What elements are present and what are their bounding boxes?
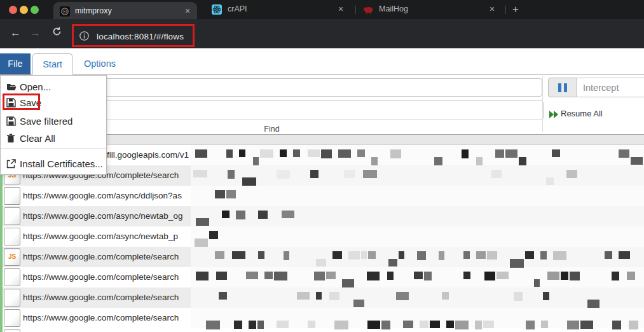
trash-icon: [6, 134, 17, 144]
intercept-group: [548, 78, 644, 97]
url-annotation-box: localhost:8081/#/flows: [72, 24, 195, 47]
tab-mitmproxy[interactable]: mitmproxy ×: [53, 2, 197, 19]
redacted-block: [462, 149, 469, 158]
redacted-block: [430, 321, 440, 328]
flow-url: https://www.google.com/complete/search: [23, 287, 179, 308]
redacted-block: [631, 157, 643, 165]
redacted-block: [570, 272, 580, 280]
document-icon: [4, 228, 20, 246]
reload-icon[interactable]: [51, 26, 62, 39]
folder-open-icon: [6, 82, 17, 92]
document-icon: [4, 207, 20, 225]
redacted-block: [239, 149, 245, 157]
redacted-block: [627, 272, 635, 280]
redacted-block: [308, 321, 315, 328]
redacted-block: [321, 149, 332, 158]
redacted-block: [342, 279, 354, 288]
redacted-block: [215, 251, 224, 259]
redacted-block: [195, 239, 208, 247]
menubar-start[interactable]: Start: [32, 53, 72, 75]
menubar-file[interactable]: File: [0, 53, 31, 74]
tab-separator: [355, 6, 356, 14]
redacted-block: [258, 211, 268, 219]
redacted-block: [439, 251, 444, 260]
redacted-block: [612, 272, 619, 280]
tab-crapi[interactable]: crAPI: [228, 4, 247, 13]
new-tab-button[interactable]: +: [512, 3, 519, 16]
redacted-block: [476, 157, 483, 166]
menubar-options[interactable]: Options: [75, 53, 125, 74]
redacted-block: [403, 321, 413, 328]
pause-icon: [558, 83, 561, 92]
mailhog-favicon-icon: [363, 4, 373, 15]
tab-mailhog[interactable]: MailHog: [379, 4, 408, 13]
redacted-block: [308, 149, 320, 157]
redacted-block: [388, 259, 397, 266]
file-dropdown-menu: Open... Save Save fi: [0, 75, 107, 175]
redacted-block: [483, 321, 494, 328]
intercept-input[interactable]: [576, 78, 644, 97]
flow-row[interactable]: https://www.google.com/async/newtab_p: [0, 226, 644, 247]
flow-row[interactable]: https://www.google.com/complete/search: [0, 287, 644, 308]
redacted-block: [353, 300, 364, 307]
redacted-block: [277, 170, 290, 179]
redacted-block: [280, 149, 287, 157]
redacted-block: [236, 211, 245, 219]
redacted-block: [226, 190, 236, 198]
flow-row[interactable]: https://www.google.com/async/newtab_og: [0, 206, 644, 226]
tab-close-icon[interactable]: ×: [338, 4, 343, 14]
flow-url: fill.googleapis.com/v1: [107, 145, 189, 165]
menu-item-clear-all[interactable]: Clear All: [1, 131, 106, 146]
menu-item-save-filtered[interactable]: Save filtered: [1, 114, 106, 129]
redacted-block: [193, 170, 207, 177]
redacted-block: [434, 157, 442, 165]
flow-url: https://www.google.com/async/newtab_og: [23, 206, 182, 226]
tab-title: mitmproxy: [75, 6, 112, 15]
redacted-block: [242, 177, 256, 186]
flow-row[interactable]: [0, 328, 644, 332]
redacted-block: [314, 272, 325, 280]
tab-close-icon[interactable]: ×: [490, 4, 495, 14]
traffic-light-close[interactable]: [9, 6, 17, 14]
menu-item-open[interactable]: Open...: [1, 80, 106, 95]
redacted-block: [297, 292, 310, 300]
tab-close-icon[interactable]: ×: [185, 6, 190, 16]
redacted-block: [195, 149, 207, 158]
browser-window: mitmproxy × crAPI × MailHog ×: [0, 0, 644, 332]
flow-row[interactable]: https://www.google.com/async/ddljson?as: [0, 186, 644, 206]
document-icon: [4, 187, 20, 205]
redacted-block: [363, 170, 377, 178]
redacted-block: [540, 251, 547, 259]
redacted-block: [357, 149, 365, 157]
traffic-light-zoom[interactable]: [31, 6, 39, 14]
flow-row[interactable]: https://www.google.com/complete/search: [0, 247, 644, 267]
redacted-block: [491, 170, 502, 178]
document-icon: [4, 268, 20, 286]
redacted-block: [387, 272, 394, 280]
address-bar[interactable]: localhost:8081/#/flows: [97, 32, 184, 41]
traffic-light-minimize[interactable]: [20, 6, 28, 14]
redacted-block: [446, 321, 454, 328]
flow-row[interactable]: https://www.google.com/complete/search: [0, 267, 644, 287]
redacted-block: [396, 292, 409, 300]
site-info-icon[interactable]: [79, 31, 89, 43]
flow-url: https://www.google.com/async/ddljson?as: [23, 186, 182, 206]
menu-item-install-certificates[interactable]: Install Certificates...: [1, 156, 106, 172]
js-file-icon: [4, 248, 20, 266]
pause-button[interactable]: [548, 78, 577, 97]
redacted-block: [463, 251, 470, 259]
redacted-block: [329, 292, 339, 300]
redacted-block: [310, 170, 319, 178]
redacted-block: [420, 321, 428, 328]
redacted-block: [497, 272, 509, 279]
redacted-region: [191, 145, 644, 165]
redacted-block: [344, 170, 355, 178]
redacted-block: [316, 259, 326, 266]
redacted-block: [510, 259, 524, 268]
flow-row[interactable]: https://www.google.com/complete/search: [0, 308, 644, 328]
redacted-block: [414, 272, 423, 279]
back-icon[interactable]: ←: [10, 27, 21, 39]
redacted-block: [228, 170, 235, 179]
redacted-block: [553, 251, 566, 260]
redacted-block: [284, 251, 289, 260]
